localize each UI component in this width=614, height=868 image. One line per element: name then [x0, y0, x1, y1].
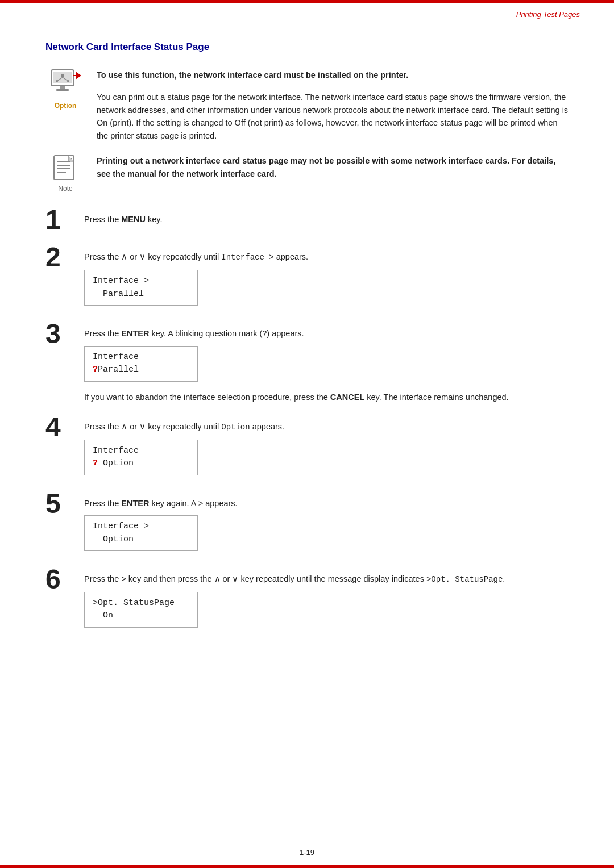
step-5-display-line2: Option [93, 533, 189, 546]
printer-icon [48, 69, 82, 100]
step-6-number: 6 [45, 566, 74, 593]
step-4-content: Press the ∧ or ∨ key repeatedly until Op… [84, 416, 569, 480]
step-6-display-line1: >Opt. StatusPage [93, 597, 189, 610]
intro-body: You can print out a status page for the … [97, 91, 569, 142]
step-1-text: Press the MENU key. [84, 213, 569, 226]
step-1: 1 Press the MENU key. [45, 208, 569, 233]
step-3-display-line1: Interface [93, 351, 189, 364]
step-6-display: >Opt. StatusPage On [84, 592, 198, 628]
step-5-display: Interface > Option [84, 515, 198, 551]
step-5: 5 Press the ENTER key again. A > appears… [45, 493, 569, 556]
option-icon-container: Option [45, 69, 85, 110]
note-icon-container: Note [45, 155, 85, 193]
step-6-content: Press the > key and then press the ∧ or … [84, 568, 569, 632]
bottom-border [0, 865, 614, 868]
blink-cursor-4: ? [93, 458, 98, 468]
svg-marker-9 [76, 72, 81, 80]
step-2-display: Interface > Parallel [84, 270, 198, 306]
step-2: 2 Press the ∧ or ∨ key repeatedly until … [45, 246, 569, 310]
page-footer: 1-19 [0, 848, 614, 857]
step-5-display-line1: Interface > [93, 520, 189, 533]
option-label: Option [55, 102, 77, 110]
step-4-display-line2: ? Option [93, 457, 189, 470]
step-3-display-line2: ?Parallel [93, 364, 189, 377]
svg-marker-16 [68, 156, 74, 161]
svg-point-8 [67, 80, 69, 82]
step-6: 6 Press the > key and then press the ∧ o… [45, 568, 569, 632]
main-content: Network Card Interface Status Page [0, 19, 614, 679]
step-1-number: 1 [45, 206, 74, 233]
step-1-content: Press the MENU key. [84, 208, 569, 231]
svg-rect-3 [56, 89, 69, 91]
step-3-content: Press the ENTER key. A blinking question… [84, 323, 569, 403]
svg-point-4 [61, 74, 64, 77]
step-4: 4 Press the ∧ or ∨ key repeatedly until … [45, 416, 569, 480]
step-3-cancel-note: If you want to abandon the interface sel… [84, 391, 569, 403]
step-2-display-line2: Parallel [93, 288, 189, 301]
top-border [0, 0, 614, 3]
step-4-display: Interface ? Option [84, 440, 198, 475]
blink-cursor-3: ? [93, 365, 98, 374]
step-4-number: 4 [45, 414, 74, 441]
step-4-text: Press the ∧ or ∨ key repeatedly until Op… [84, 420, 569, 434]
svg-rect-2 [60, 86, 65, 89]
step-5-content: Press the ENTER key again. A > appears. … [84, 493, 569, 556]
step-2-content: Press the ∧ or ∨ key repeatedly until In… [84, 246, 569, 310]
note-block: Note Printing out a network interface ca… [45, 155, 569, 193]
note-icon [51, 155, 80, 183]
note-label: Note [58, 185, 72, 193]
intro-option-text: To use this function, the network interf… [97, 69, 569, 142]
svg-rect-10 [73, 75, 76, 76]
intro-option-block: Option To use this function, the network… [45, 69, 569, 142]
step-2-display-line1: Interface > [93, 275, 189, 288]
note-bold: Printing out a network interface card st… [97, 155, 569, 180]
step-3-display: Interface ?Parallel [84, 346, 198, 382]
step-3-number: 3 [45, 320, 74, 348]
step-2-number: 2 [45, 244, 74, 271]
page-header-text: Printing Test Pages [516, 10, 580, 19]
steps-container: 1 Press the MENU key. 2 Press the ∧ or ∨… [45, 208, 569, 632]
step-6-text: Press the > key and then press the ∧ or … [84, 573, 569, 586]
page-number: 1-19 [300, 848, 314, 857]
step-3-text: Press the ENTER key. A blinking question… [84, 327, 569, 340]
step-3: 3 Press the ENTER key. A blinking questi… [45, 323, 569, 403]
intro-bold: To use this function, the network interf… [97, 69, 569, 81]
step-2-text: Press the ∧ or ∨ key repeatedly until In… [84, 251, 569, 264]
step-6-display-line2: On [93, 610, 189, 623]
step-4-display-line1: Interface [93, 445, 189, 458]
svg-point-7 [56, 80, 58, 82]
note-text: Printing out a network interface card st… [97, 155, 569, 180]
step-5-text: Press the ENTER key again. A > appears. [84, 497, 569, 510]
step-5-number: 5 [45, 490, 74, 518]
section-title: Network Card Interface Status Page [45, 41, 569, 53]
